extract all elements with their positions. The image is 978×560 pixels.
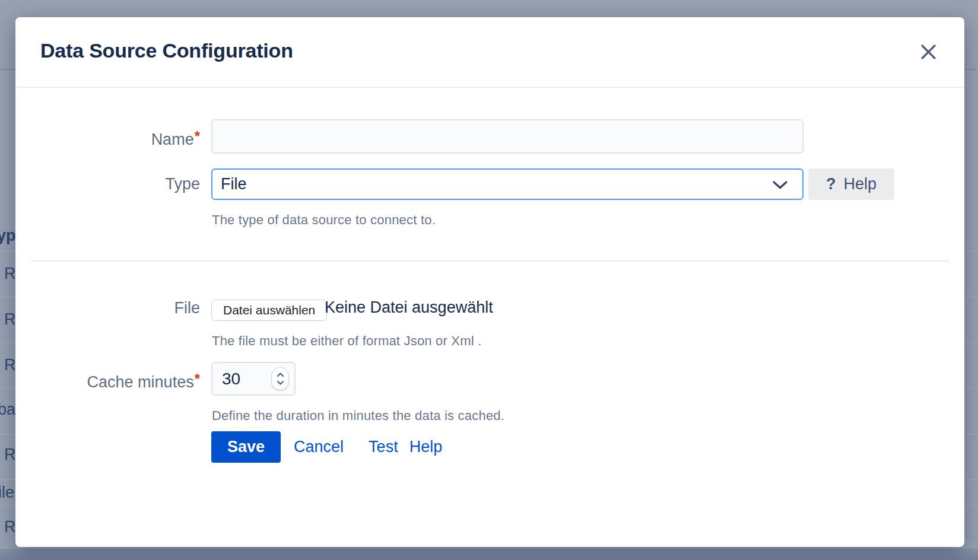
actions-row: Save Cancel Test Help <box>211 431 442 463</box>
stepper-up-icon <box>277 373 284 377</box>
cache-minutes-input[interactable]: 30 <box>211 362 296 396</box>
header-divider <box>15 87 964 88</box>
close-button[interactable] <box>914 37 942 66</box>
background-footer-band <box>0 549 978 560</box>
type-select[interactable]: File <box>211 168 804 200</box>
question-mark-icon: ? <box>826 175 836 193</box>
background-table-row-fragment: ile <box>0 484 14 501</box>
save-button[interactable]: Save <box>211 431 281 463</box>
required-asterisk: * <box>195 371 200 387</box>
background-table-row-fragment: R <box>4 311 16 327</box>
background-table-row-fragment: R <box>4 518 16 535</box>
required-asterisk: * <box>195 128 200 144</box>
close-icon <box>920 44 936 60</box>
test-button[interactable]: Test <box>369 438 398 456</box>
file-status-text: Keine Datei ausgewählt <box>325 295 493 320</box>
dialog-title: Data Source Configuration <box>40 40 293 61</box>
name-label: Name* <box>15 119 200 154</box>
file-choose-button[interactable]: Datei auswählen <box>211 300 327 321</box>
cache-minutes-value: 30 <box>222 363 240 394</box>
background-table-row-fragment: R <box>4 357 16 373</box>
background-table-row-fragment: ba <box>0 401 15 418</box>
section-divider <box>30 260 950 262</box>
number-stepper[interactable] <box>271 367 289 390</box>
background-table-row-fragment: R <box>4 446 16 463</box>
type-label: Type <box>15 168 200 200</box>
data-source-configuration-dialog: Data Source Configuration Name* Type Fil… <box>15 17 964 547</box>
type-select-value: File <box>221 175 247 193</box>
cache-helper-text: Define the duration in minutes the data … <box>212 408 504 424</box>
file-label: File <box>15 295 200 320</box>
chevron-down-icon <box>772 180 788 192</box>
name-input[interactable] <box>211 119 804 154</box>
stepper-down-icon <box>277 380 284 385</box>
cache-minutes-label: Cache minutes* <box>15 362 200 396</box>
type-help-button-label: Help <box>843 175 877 193</box>
screen: ype R R R ba R ile R Data Source Configu… <box>0 0 978 560</box>
type-help-button[interactable]: ? Help <box>808 168 894 200</box>
background-table-row-fragment: R <box>4 265 16 282</box>
help-link-button[interactable]: Help <box>409 438 443 456</box>
file-helper-text: The file must be either of format Json o… <box>212 333 481 349</box>
type-helper-text: The type of data source to connect to. <box>212 212 436 228</box>
cancel-button[interactable]: Cancel <box>294 438 344 456</box>
